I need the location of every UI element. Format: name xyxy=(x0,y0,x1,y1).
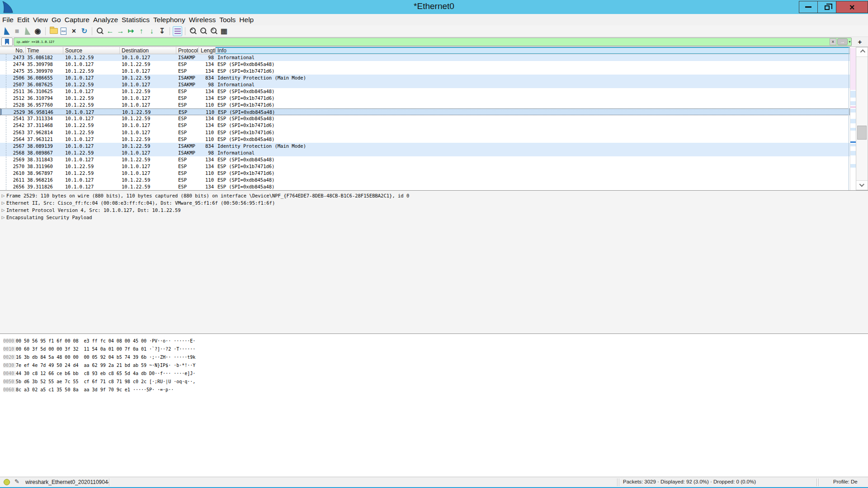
status-divider xyxy=(619,479,619,486)
capture-comment-icon[interactable]: ✎ xyxy=(14,478,19,485)
menu-tools[interactable]: Tools xyxy=(217,16,237,24)
cell-proto: ESP xyxy=(176,88,199,95)
start-capture-icon[interactable] xyxy=(2,26,11,36)
hex-row-0060[interactable]: 00608c a3 02 a5 c1 35 50 8a aa 3d 9f 70 … xyxy=(0,385,868,394)
colorize-packets-icon[interactable] xyxy=(173,26,182,36)
scrollbar-thumb[interactable] xyxy=(857,126,867,140)
go-last-packet-icon[interactable]: ↓ xyxy=(147,26,156,36)
packet-row-2474[interactable]: 247435.30979810.1.0.12710.1.22.59ESP134E… xyxy=(0,61,850,68)
hex-row-0020[interactable]: 002016 3b db 84 5a 48 00 00 00 05 92 04 … xyxy=(0,353,868,361)
open-file-icon[interactable] xyxy=(48,26,58,36)
expander-icon[interactable]: ▷ xyxy=(0,208,6,212)
packet-row-2506[interactable]: 250636.08665510.1.0.12710.1.22.59ISAKMP8… xyxy=(0,75,850,81)
zoom-in-icon[interactable]: + xyxy=(188,26,198,36)
save-file-icon[interactable] xyxy=(59,26,68,36)
packet-row-2568[interactable]: 256838.08986710.1.22.5910.1.0.127ISAKMP9… xyxy=(0,150,850,156)
packet-row-2475[interactable]: 247535.30997010.1.22.5910.1.0.127ESP134E… xyxy=(0,68,850,75)
column-header-source[interactable]: Source xyxy=(63,47,120,54)
filter-bar: × → ▾ + xyxy=(0,37,868,47)
close-button[interactable]: × xyxy=(836,1,868,13)
menu-analyze[interactable]: Analyze xyxy=(91,16,120,24)
menu-telephony[interactable]: Telephony xyxy=(151,16,187,24)
detail-line-0[interactable]: ▷Frame 2529: 110 bytes on wire (880 bits… xyxy=(0,192,868,199)
column-header-time[interactable]: Time xyxy=(26,47,63,54)
go-to-packet-icon[interactable]: ↦ xyxy=(126,26,136,36)
cell-proto: ISAKMP xyxy=(176,75,199,81)
filter-apply-button[interactable]: → xyxy=(837,38,848,45)
scroll-down-button[interactable] xyxy=(856,180,868,190)
hex-row-0040[interactable]: 004044 30 c8 12 66 ce b6 bb c8 93 eb c8 … xyxy=(0,369,868,377)
go-first-packet-icon[interactable]: ↑ xyxy=(137,26,146,36)
cell-len: 110 xyxy=(199,102,216,108)
menu-edit[interactable]: Edit xyxy=(15,16,31,24)
display-filter-input[interactable] xyxy=(14,38,852,46)
filter-clear-button[interactable]: × xyxy=(830,38,836,45)
packet-row-2512[interactable]: 251236.31079410.1.22.5910.1.0.127ESP134E… xyxy=(0,95,850,102)
packet-list-scrollbar[interactable] xyxy=(856,47,868,190)
hex-row-0050[interactable]: 00505b d6 3b 52 55 ae 7c 55 cf 6f 71 c8 … xyxy=(0,377,868,385)
expander-icon[interactable]: ▷ xyxy=(0,201,6,205)
zoom-out-icon[interactable]: - xyxy=(198,26,208,36)
expert-info-icon[interactable] xyxy=(4,479,10,485)
packet-row-2541[interactable]: 254137.31133410.1.0.12710.1.22.59ESP134E… xyxy=(0,115,850,122)
hex-row-0030[interactable]: 00307e ef 4e 7d 49 50 24 d4 aa 62 99 2a … xyxy=(0,361,868,369)
packet-row-2656[interactable]: 265639.31182610.1.0.12710.1.22.59ESP134E… xyxy=(0,183,850,190)
column-header-destination[interactable]: Destination xyxy=(120,47,176,54)
packet-row-2507[interactable]: 250736.08762510.1.22.5910.1.0.127ISAKMP9… xyxy=(0,81,850,88)
packet-row-2569[interactable]: 256938.31184310.1.0.12710.1.22.59ESP134E… xyxy=(0,156,850,163)
packet-row-2528[interactable]: 252836.95776010.1.22.5910.1.0.127ESP110E… xyxy=(0,102,850,108)
menu-file[interactable]: File xyxy=(0,16,15,24)
packet-row-2511[interactable]: 251136.31062510.1.0.12710.1.22.59ESP134E… xyxy=(0,88,850,95)
go-back-icon[interactable]: ← xyxy=(105,26,115,36)
filter-dropdown-icon[interactable]: ▾ xyxy=(848,38,852,45)
packet-row-2567[interactable]: 256738.08913910.1.0.12710.1.22.59ISAKMP8… xyxy=(0,143,850,150)
cell-info: Identity Protection (Main Mode) xyxy=(216,143,850,150)
packet-row-2473[interactable]: 247335.08618210.1.22.5910.1.0.127ISAKMP9… xyxy=(0,54,850,61)
menu-statistics[interactable]: Statistics xyxy=(120,16,151,24)
resize-columns-icon[interactable]: ▦ xyxy=(219,26,229,36)
capture-options-icon[interactable]: ◉ xyxy=(33,26,42,36)
expander-icon[interactable]: ▷ xyxy=(0,215,6,220)
menu-capture[interactable]: Capture xyxy=(63,16,91,24)
auto-scroll-icon[interactable]: ↧ xyxy=(157,26,167,36)
column-header-length[interactable]: Length xyxy=(199,47,216,54)
zoom-normal-icon[interactable]: = xyxy=(209,26,218,36)
go-forward-icon[interactable]: → xyxy=(116,26,125,36)
packet-row-2542[interactable]: 254237.31146810.1.22.5910.1.0.127ESP134E… xyxy=(0,122,850,129)
filter-add-button[interactable]: + xyxy=(856,38,863,46)
expander-icon[interactable]: ▷ xyxy=(0,193,6,198)
hex-row-0000[interactable]: 000000 50 56 95 f1 6f 00 08 e3 ff fc 04 … xyxy=(0,337,868,345)
column-header-protocol[interactable]: Protocol xyxy=(176,47,199,54)
reload-file-icon[interactable]: ↻ xyxy=(80,26,89,36)
detail-line-1[interactable]: ▷Ethernet II, Src: Cisco_ff:fc:04 (00:08… xyxy=(0,199,868,206)
packet-row-2564[interactable]: 256437.96312110.1.0.12710.1.22.59ESP110E… xyxy=(0,136,850,143)
detail-line-3[interactable]: ▷Encapsulating Security Payload xyxy=(0,214,868,221)
column-header-info[interactable]: Info xyxy=(216,47,850,54)
column-header-no[interactable]: No. xyxy=(0,47,26,54)
stop-capture-icon[interactable]: ■ xyxy=(12,26,22,36)
menu-help[interactable]: Help xyxy=(237,16,255,24)
menu-wireless[interactable]: Wireless xyxy=(187,16,217,24)
packet-row-2570[interactable]: 257038.31196010.1.22.5910.1.0.127ESP134E… xyxy=(0,163,850,170)
minimize-button[interactable] xyxy=(799,1,818,13)
restart-capture-icon[interactable] xyxy=(23,26,32,36)
detail-line-2[interactable]: ▷Internet Protocol Version 4, Src: 10.1.… xyxy=(0,206,868,214)
menu-view[interactable]: View xyxy=(31,16,50,24)
restore-button[interactable] xyxy=(817,1,836,13)
find-packet-icon[interactable] xyxy=(95,26,104,36)
packet-row-2611[interactable]: 261138.96821610.1.0.12710.1.22.59ESP110E… xyxy=(0,177,850,183)
cell-proto: ESP xyxy=(176,177,199,183)
close-file-icon[interactable]: × xyxy=(69,26,79,36)
scroll-up-button[interactable] xyxy=(856,47,868,57)
packet-row-2529[interactable]: 252936.95814610.1.0.12710.1.22.59ESP110E… xyxy=(0,108,850,115)
packet-row-2610[interactable]: 261038.96789710.1.22.5910.1.0.127ESP110E… xyxy=(0,170,850,177)
menu-go[interactable]: Go xyxy=(50,16,63,24)
hex-row-0010[interactable]: 001000 60 3f 5d 00 00 3f 32 11 54 0a 01 … xyxy=(0,345,868,353)
filter-bookmark-button[interactable] xyxy=(1,38,13,46)
cell-dst: 10.1.22.59 xyxy=(120,177,176,183)
cell-len: 834 xyxy=(199,143,216,150)
cell-len: 134 xyxy=(199,88,216,95)
cell-info: ESP (SPI=0xdb845a48) xyxy=(216,109,849,115)
packet-row-2563[interactable]: 256337.96281410.1.22.5910.1.0.127ESP110E… xyxy=(0,129,850,136)
packet-minimap[interactable] xyxy=(850,48,856,190)
